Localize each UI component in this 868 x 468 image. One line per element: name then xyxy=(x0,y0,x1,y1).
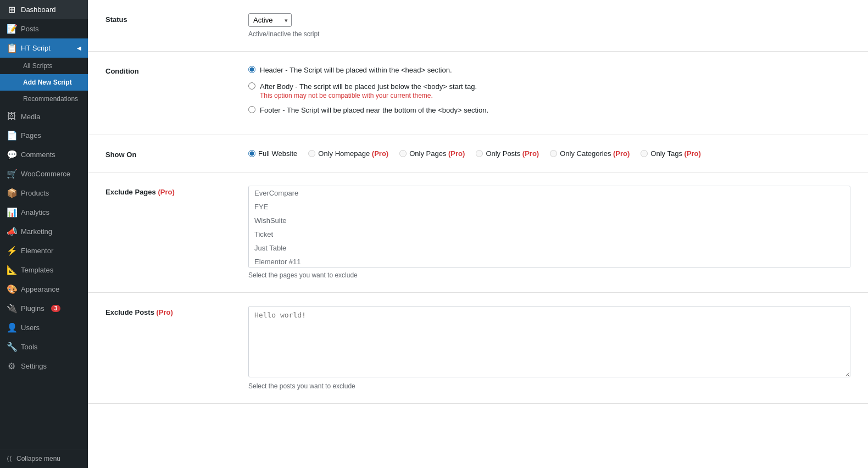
posts-icon: 📝 xyxy=(7,24,16,34)
sidebar-item-templates[interactable]: 📐Templates xyxy=(0,260,88,280)
condition-label-header: Header - The Script will be placed withi… xyxy=(260,65,452,76)
sidebar-item-ht-script[interactable]: 📋HT Script◀ xyxy=(0,38,88,58)
sidebar-item-add-new-script[interactable]: Add New Script xyxy=(0,74,88,91)
status-select-wrapper: ActiveInactive xyxy=(248,13,292,27)
show-on-option-only-categories: Only Categories (Pro) xyxy=(550,149,630,158)
condition-section: Condition Header - The Script will be pl… xyxy=(88,52,868,135)
exclude-pages-content: EverCompareFYEWishSuiteTicketJust TableE… xyxy=(248,186,850,279)
sidebar-label-elementor: Elementor xyxy=(21,247,53,255)
exclude-posts-content: Select the posts you want to exclude xyxy=(248,306,850,390)
show-on-radio-only-pages[interactable] xyxy=(399,150,407,157)
sidebar-label-comments: Comments xyxy=(21,151,55,159)
sidebar-item-marketing[interactable]: 📣Marketing xyxy=(0,222,88,241)
sidebar-item-appearance[interactable]: 🎨Appearance xyxy=(0,280,88,299)
products-icon: 📦 xyxy=(7,188,16,198)
main-content: Status ActiveInactive Active/Inactive th… xyxy=(88,0,868,468)
users-icon: 👤 xyxy=(7,322,16,333)
pages-icon: 📄 xyxy=(7,130,16,141)
show-on-option-only-homepage: Only Homepage (Pro) xyxy=(308,149,388,158)
listbox-item[interactable]: WishSuite xyxy=(249,214,850,227)
marketing-icon: 📣 xyxy=(7,226,16,237)
collapse-menu[interactable]: ⟨⟨Collapse menu xyxy=(0,449,88,468)
sidebar-label-media: Media xyxy=(21,113,40,121)
sidebar-item-tools[interactable]: 🔧Tools xyxy=(0,337,88,356)
sidebar-item-plugins[interactable]: 🔌Plugins3 xyxy=(0,299,88,318)
analytics-icon: 📊 xyxy=(7,207,16,218)
sidebar-label-add-new-script: Add New Script xyxy=(23,79,72,86)
appearance-icon: 🎨 xyxy=(7,284,16,294)
listbox-item[interactable]: FYE xyxy=(249,200,850,214)
sidebar-item-users[interactable]: 👤Users xyxy=(0,318,88,337)
listbox-item[interactable]: Just Table xyxy=(249,241,850,255)
listbox-item[interactable]: Elementor #11 xyxy=(249,255,850,268)
sidebar-item-recommendations[interactable]: Recommendations xyxy=(0,91,88,107)
exclude-pages-listbox[interactable]: EverCompareFYEWishSuiteTicketJust TableE… xyxy=(248,186,850,268)
sidebar-label-ht-script: HT Script xyxy=(21,44,51,52)
condition-content: Header - The Script will be placed withi… xyxy=(248,65,850,121)
sidebar-item-analytics[interactable]: 📊Analytics xyxy=(0,203,88,222)
sidebar-label-settings: Settings xyxy=(21,362,47,370)
condition-radio-footer[interactable] xyxy=(248,106,255,113)
condition-option-after-body: After Body - The script will be placed j… xyxy=(248,81,850,100)
sidebar-item-settings[interactable]: ⚙Settings xyxy=(0,356,88,376)
sidebar-item-comments[interactable]: 💬Comments xyxy=(0,145,88,164)
sidebar-label-templates: Templates xyxy=(21,266,53,274)
status-helper: Active/Inactive the script xyxy=(248,30,850,38)
sidebar-item-elementor[interactable]: ⚡Elementor xyxy=(0,241,88,260)
show-on-radio-full-website[interactable] xyxy=(248,150,255,157)
plugins-icon: 🔌 xyxy=(7,303,16,314)
dashboard-icon: ⊞ xyxy=(7,4,16,15)
sidebar-label-marketing: Marketing xyxy=(21,227,52,236)
condition-label: Condition xyxy=(105,65,248,121)
sidebar-label-dashboard: Dashboard xyxy=(21,5,56,14)
sidebar: ⊞Dashboard📝Posts📋HT Script◀All ScriptsAd… xyxy=(0,0,88,468)
exclude-posts-helper: Select the posts you want to exclude xyxy=(248,382,850,390)
sidebar-label-analytics: Analytics xyxy=(21,208,49,216)
show-on-label-only-pages: Only Pages (Pro) xyxy=(409,149,465,158)
sidebar-label-products: Products xyxy=(21,189,49,197)
sidebar-item-posts[interactable]: 📝Posts xyxy=(0,19,88,38)
badge-plugins: 3 xyxy=(51,305,61,312)
show-on-label-only-posts: Only Posts (Pro) xyxy=(486,149,539,158)
sidebar-label-appearance: Appearance xyxy=(21,285,59,293)
show-on-label-full-website: Full Website xyxy=(258,149,297,158)
show-on-radio-only-categories[interactable] xyxy=(550,150,557,157)
status-select[interactable]: ActiveInactive xyxy=(248,13,292,27)
show-on-section: Show On Full WebsiteOnly Homepage (Pro)O… xyxy=(88,135,868,172)
condition-option-header: Header - The Script will be placed withi… xyxy=(248,65,850,76)
sidebar-item-products[interactable]: 📦Products xyxy=(0,183,88,203)
collapse-icon: ⟨⟨ xyxy=(7,455,12,463)
woocommerce-icon: 🛒 xyxy=(7,169,16,179)
sidebar-label-tools: Tools xyxy=(21,343,37,351)
status-label: Status xyxy=(105,13,248,38)
sidebar-label-users: Users xyxy=(21,324,40,332)
show-on-label-only-homepage: Only Homepage (Pro) xyxy=(318,149,388,158)
listbox-item[interactable]: Ticket xyxy=(249,227,850,241)
exclude-pages-label: Exclude Pages (Pro) xyxy=(105,186,248,279)
condition-option-footer: Footer - The Script will be placed near … xyxy=(248,105,850,116)
show-on-radio-only-posts[interactable] xyxy=(476,150,483,157)
show-on-radio-only-homepage[interactable] xyxy=(308,150,315,157)
show-on-option-full-website: Full Website xyxy=(248,149,297,158)
condition-radio-after-body[interactable] xyxy=(248,82,255,90)
sidebar-item-pages[interactable]: 📄Pages xyxy=(0,126,88,145)
exclude-posts-textarea[interactable] xyxy=(248,306,850,377)
templates-icon: 📐 xyxy=(7,265,16,275)
condition-warning-after-body: This option may not be compatible with y… xyxy=(260,92,477,99)
sidebar-item-all-scripts[interactable]: All Scripts xyxy=(0,58,88,74)
comments-icon: 💬 xyxy=(7,149,16,160)
show-on-option-only-pages: Only Pages (Pro) xyxy=(399,149,465,158)
show-on-label: Show On xyxy=(105,148,248,159)
ht-script-icon: 📋 xyxy=(7,43,16,53)
show-on-radio-only-tags[interactable] xyxy=(641,150,648,157)
condition-radio-header[interactable] xyxy=(248,66,255,73)
listbox-item[interactable]: EverCompare xyxy=(249,186,850,200)
sidebar-item-dashboard[interactable]: ⊞Dashboard xyxy=(0,0,88,19)
media-icon: 🖼 xyxy=(7,112,16,121)
exclude-pages-section: Exclude Pages (Pro) EverCompareFYEWishSu… xyxy=(88,172,868,293)
sidebar-item-woocommerce[interactable]: 🛒WooCommerce xyxy=(0,164,88,183)
tools-icon: 🔧 xyxy=(7,342,16,352)
sidebar-label-pages: Pages xyxy=(21,131,41,140)
sidebar-label-all-scripts: All Scripts xyxy=(23,62,52,70)
sidebar-item-media[interactable]: 🖼Media xyxy=(0,107,88,126)
